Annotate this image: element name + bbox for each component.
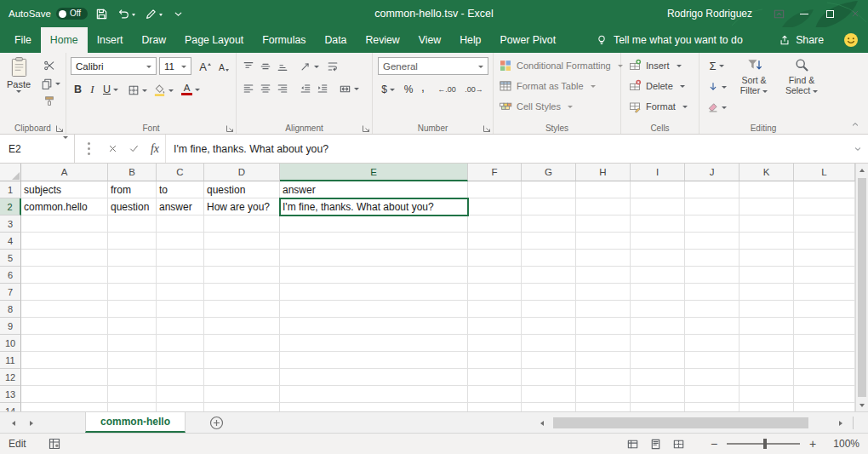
cell-H13[interactable] (576, 386, 631, 403)
cell-C13[interactable] (157, 386, 204, 403)
cell-G3[interactable] (522, 216, 576, 233)
alignment-dialog-launcher[interactable] (362, 124, 370, 132)
row-header-7[interactable]: 7 (0, 284, 21, 301)
cell-E13[interactable] (280, 386, 468, 403)
cell-C4[interactable] (157, 233, 204, 250)
copy-button[interactable] (37, 76, 63, 91)
font-color-button[interactable]: A (179, 80, 203, 98)
cell-E14[interactable] (280, 403, 468, 411)
cell-E5[interactable] (280, 250, 468, 267)
zoom-in-button[interactable]: + (807, 437, 819, 451)
align-top-button[interactable] (241, 59, 256, 74)
minimize-button[interactable] (791, 0, 817, 27)
cut-button[interactable] (39, 58, 60, 73)
column-header-C[interactable]: C (157, 164, 204, 181)
cell-G11[interactable] (522, 352, 576, 369)
cell-H8[interactable] (576, 301, 631, 318)
vertical-scroll-thumb[interactable] (858, 178, 866, 397)
hscroll-left-button[interactable] (536, 416, 549, 430)
cell-H2[interactable] (576, 198, 631, 216)
cell-B3[interactable] (108, 216, 157, 233)
cell-D13[interactable] (204, 386, 280, 403)
ribbon-display-options-button[interactable] (766, 0, 791, 27)
cell-A7[interactable] (21, 284, 108, 301)
cell-C10[interactable] (157, 335, 204, 352)
column-header-I[interactable]: I (631, 164, 685, 181)
cell-D7[interactable] (204, 284, 280, 301)
cell-L6[interactable] (794, 267, 855, 284)
cell-J10[interactable] (685, 335, 740, 352)
cell-L10[interactable] (794, 335, 855, 352)
cell-I3[interactable] (631, 216, 685, 233)
cell-G7[interactable] (522, 284, 576, 301)
decrease-indent-button[interactable] (298, 81, 313, 96)
cell-E9[interactable] (280, 318, 468, 335)
cell-styles-button[interactable]: Cell Styles (499, 100, 573, 113)
cell-B13[interactable] (108, 386, 157, 403)
cell-H5[interactable] (576, 250, 631, 267)
cell-G13[interactable] (522, 386, 576, 403)
cell-C2[interactable]: answer (157, 198, 204, 216)
cell-I6[interactable] (631, 267, 685, 284)
vertical-scrollbar[interactable] (855, 164, 868, 411)
cell-A8[interactable] (21, 301, 108, 318)
cell-C3[interactable] (157, 216, 204, 233)
cell-G8[interactable] (522, 301, 576, 318)
cell-C9[interactable] (157, 318, 204, 335)
cell-I5[interactable] (631, 250, 685, 267)
cell-E12[interactable] (280, 369, 468, 386)
cell-H7[interactable] (576, 284, 631, 301)
share-button[interactable]: Share (779, 27, 824, 53)
cell-F11[interactable] (468, 352, 522, 369)
splitter-handle[interactable] (853, 417, 865, 429)
cell-F12[interactable] (468, 369, 522, 386)
cell-C1[interactable]: to (157, 181, 204, 198)
cell-B4[interactable] (108, 233, 157, 250)
autosave-toggle[interactable]: AutoSave Off (9, 8, 88, 20)
tab-insert[interactable]: Insert (88, 27, 133, 53)
cell-F7[interactable] (468, 284, 522, 301)
cell-K2[interactable] (740, 198, 794, 216)
cell-J6[interactable] (685, 267, 740, 284)
macro-record-button[interactable] (48, 437, 61, 451)
cell-A12[interactable] (21, 369, 108, 386)
cell-J7[interactable] (685, 284, 740, 301)
enter-button[interactable] (123, 135, 145, 163)
cell-J13[interactable] (685, 386, 740, 403)
cell-H14[interactable] (576, 403, 631, 411)
cell-L2[interactable] (794, 198, 855, 216)
cell-D2[interactable]: How are you? (204, 198, 280, 216)
row-header-6[interactable]: 6 (0, 267, 21, 284)
cell-C12[interactable] (157, 369, 204, 386)
increase-indent-button[interactable] (315, 81, 330, 96)
new-sheet-button[interactable] (209, 416, 224, 430)
cell-F14[interactable] (468, 403, 522, 411)
cell-A11[interactable] (21, 352, 108, 369)
cell-E2[interactable]: I'm fine, thanks. What about you? (280, 198, 468, 216)
cell-H4[interactable] (576, 233, 631, 250)
cell-J3[interactable] (685, 216, 740, 233)
horizontal-scroll-thumb[interactable] (553, 417, 808, 428)
number-dialog-launcher[interactable] (483, 124, 491, 132)
cell-L1[interactable] (794, 181, 855, 198)
cell-H3[interactable] (576, 216, 631, 233)
cell-C7[interactable] (157, 284, 204, 301)
view-normal-button[interactable] (625, 436, 640, 451)
cell-B11[interactable] (108, 352, 157, 369)
cell-A3[interactable] (21, 216, 108, 233)
cell-K6[interactable] (740, 267, 794, 284)
save-button[interactable] (94, 3, 110, 24)
clipboard-dialog-launcher[interactable] (55, 124, 64, 132)
tab-power-pivot[interactable]: Power Pivot (490, 27, 565, 53)
cell-F5[interactable] (468, 250, 522, 267)
cell-J1[interactable] (685, 181, 740, 198)
cell-F6[interactable] (468, 267, 522, 284)
cell-B6[interactable] (108, 267, 157, 284)
feedback-smiley-button[interactable] (843, 32, 859, 48)
cell-A1[interactable]: subjects (21, 181, 108, 198)
cell-K9[interactable] (740, 318, 794, 335)
cell-K8[interactable] (740, 301, 794, 318)
cell-L8[interactable] (794, 301, 855, 318)
cell-A4[interactable] (21, 233, 108, 250)
row-header-1[interactable]: 1 (0, 181, 21, 198)
